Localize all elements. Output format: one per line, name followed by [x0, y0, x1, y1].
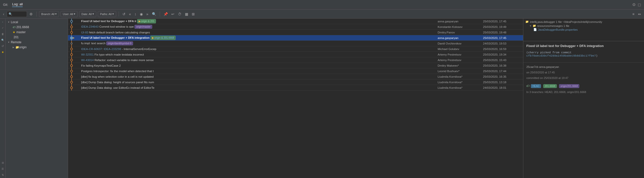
- ref-origin-badge: origin/201.6668: [559, 84, 579, 88]
- subject-col-0: Fixed UI label text for Debugger + DFA i…: [81, 19, 438, 23]
- link-idea-233298[interactable]: IDEA-233298: [104, 48, 121, 51]
- table-row[interactable]: fu impl: text search origin/daniil/symbo…: [68, 41, 523, 46]
- detail-files: 📁 intellij.java.debugger 1 file ~/IdeaPr…: [523, 19, 644, 41]
- graph-col-9: [69, 68, 81, 74]
- separator-3: [160, 12, 160, 17]
- paths-filter[interactable]: Paths: All ▾: [98, 11, 116, 17]
- clock-button[interactable]: ⏱: [177, 12, 182, 17]
- detail-message-title: Fixed UI label text for Debugger + DFA i…: [526, 44, 641, 48]
- prev-button[interactable]: «: [128, 12, 132, 17]
- subject-col-1: IDEA-234643 Commit tool window is ope or…: [81, 25, 438, 29]
- subject-col-2: IJI-83 fetch default branch before calcu…: [81, 31, 438, 34]
- author-col-7: Artemy Pestretsov: [438, 59, 483, 62]
- action-search[interactable]: 🔍: [1, 38, 5, 42]
- action-list[interactable]: ☰: [1, 166, 5, 171]
- columns-button[interactable]: ⊞: [191, 12, 196, 17]
- table-row[interactable]: [dbe] Dump Data dialog: use EditorEx ins…: [68, 85, 523, 91]
- ref-origin-1: origin/master: [135, 25, 152, 29]
- date-col-8: 25/03/2020, 16:38: [483, 64, 522, 67]
- file-link-properties[interactable]: JavaDebuggerBundle.properties: [538, 28, 578, 31]
- log-table-container: Fixed UI label text for Debugger + DFA i…: [68, 19, 523, 178]
- table-row[interactable]: IDEA-CR-60637: IDEA-233298 - InternalSer…: [68, 46, 523, 52]
- window-icon[interactable]: ◻: [638, 2, 641, 7]
- action-check[interactable]: ✓: [1, 26, 5, 30]
- table-row[interactable]: [dbe] fix bug when selection color in a …: [68, 74, 523, 79]
- action-star[interactable]: ★: [1, 50, 5, 54]
- svg-point-24: [71, 81, 73, 83]
- table-row[interactable]: IJI-83 fetch default branch before calcu…: [68, 30, 523, 35]
- ref-tag-0: ▶origin & 201: [137, 19, 156, 23]
- back-button[interactable]: ‹: [2, 12, 5, 17]
- link-wi-43014[interactable]: WI-43014: [81, 59, 94, 62]
- more-button[interactable]: »: [145, 12, 149, 17]
- local-triangle: ▼: [8, 21, 10, 23]
- user-label: User: All: [63, 13, 73, 16]
- search-icon-small: 🔍: [9, 12, 12, 16]
- table-row[interactable]: Fix failing KeymapsTestCase 2 Dmitry Mat…: [68, 63, 523, 68]
- sort-button[interactable]: ↕: [134, 12, 137, 17]
- action-back[interactable]: ‹: [1, 20, 5, 24]
- sidebar-item-origin[interactable]: ▶ 📁 origin: [6, 45, 68, 50]
- cherry-link[interactable]: cfb79aecd39cf4289a1459ba8ec9b8d3bc17f9e7: [526, 54, 596, 57]
- table-row[interactable]: IDEA-234643 Commit tool window is ope or…: [68, 24, 523, 30]
- subject-col-3: Fixed UI label text for Debugger + DFA i…: [81, 36, 438, 40]
- paths-label: Paths: All: [100, 13, 112, 16]
- table-row[interactable]: WI-43014 Refactor: extract variable to m…: [68, 57, 523, 63]
- link-idea-cr-60637[interactable]: IDEA-CR-60637: [81, 48, 102, 51]
- date-col-5: 25/03/2020, 16:59: [483, 48, 522, 51]
- branch-filter[interactable]: Branch: All ▾: [39, 11, 59, 17]
- graph-col-3: [69, 35, 81, 40]
- action-refresh[interactable]: ↺: [1, 44, 5, 48]
- date-col-0: 25/03/2020, 17:45: [483, 20, 522, 23]
- table-row[interactable]: Postgres Introspector: fix the model whe…: [68, 68, 523, 74]
- link-idea-234643[interactable]: IDEA-234643: [81, 25, 99, 28]
- action-box[interactable]: ⊟: [1, 160, 5, 165]
- sidebar-remote-group[interactable]: ▼ Remote: [6, 40, 68, 45]
- detail-file-item: 📄 JavaDebuggerBundle.properties: [525, 28, 642, 31]
- refresh-button[interactable]: ↺: [121, 12, 126, 17]
- expand-button[interactable]: ⇔: [637, 12, 642, 17]
- link-wi-32551[interactable]: WI-32551: [81, 53, 94, 56]
- user-filter[interactable]: User: All ▾: [60, 11, 78, 17]
- sidebar-item-201[interactable]: 201: [6, 35, 68, 40]
- grid-button[interactable]: ▦: [184, 12, 189, 17]
- svg-point-16: [71, 59, 73, 61]
- pin-button[interactable]: 📌: [163, 12, 169, 17]
- date-filter[interactable]: Date: All ▾: [79, 11, 96, 17]
- action-delete[interactable]: 🗑: [1, 32, 5, 36]
- folder-icon-origin: 📁: [15, 46, 19, 49]
- graph-col-0: [69, 19, 81, 24]
- undo-button[interactable]: ↩: [170, 12, 175, 17]
- paths-chevron: ▾: [112, 12, 114, 16]
- sidebar-item-master[interactable]: ★ master: [6, 30, 68, 35]
- detail-commit-line: 25cae7cb anna.gasparyan: [526, 65, 641, 70]
- committed-on: committed on 25/03/2020 at 19:47: [526, 76, 568, 79]
- search-button[interactable]: 🔍: [151, 12, 157, 17]
- table-row[interactable]: [dbe] Dump Data dialog: height of source…: [68, 79, 523, 85]
- author-col-2: Dmitry.Panov: [438, 31, 483, 34]
- settings-button[interactable]: ⚙: [28, 12, 34, 17]
- table-row[interactable]: WI-32551 Fix typo which made testdata in…: [68, 52, 523, 57]
- filter-icon-button[interactable]: ≡: [631, 12, 635, 17]
- settings-icon[interactable]: ⚙: [632, 2, 636, 7]
- date-col-11: 25/03/2020, 13:18: [483, 81, 522, 84]
- table-row[interactable]: Fixed UI label text for Debugger + DFA i…: [68, 35, 523, 41]
- action-arrows[interactable]: ⇅: [1, 172, 5, 177]
- date-label: Date: All: [81, 13, 92, 16]
- sidebar-local-group[interactable]: ▼ Local: [6, 20, 68, 25]
- eye-button[interactable]: ◉: [139, 12, 144, 17]
- table-row[interactable]: Fixed UI label text for Debugger + DFA i…: [68, 19, 523, 24]
- link-iji-83[interactable]: IJI-83: [81, 31, 88, 34]
- ref-head-badge: HEAD: [531, 84, 541, 88]
- toolbar: ‹ 🔍 ⚙ Branch: All ▾ User: All ▾ Date: Al…: [0, 10, 644, 19]
- author-col-5: Michael Golubev: [438, 48, 483, 51]
- sidebar-item-201-6668[interactable]: 🏷 201.6668: [6, 25, 68, 30]
- detail-email-line: on 25/03/2020 at 17:45: [526, 70, 641, 75]
- subject-col-4: fu impl: text search origin/daniil/symbo…: [81, 41, 438, 45]
- log-tab[interactable]: Log: all: [12, 2, 23, 7]
- main-area: ‹ ✓ 🗑 🔍 ↺ ★ ⊟ ☰ ⇅ ▼ Local 🏷 201.6668 ★ m…: [0, 19, 644, 178]
- detail-tags: 🏷 HEAD 201.6668 origin/201.6668: [523, 83, 644, 90]
- date-col-6: 25/03/2020, 19:34: [483, 53, 522, 56]
- toolbar-search-box[interactable]: 🔍: [7, 11, 27, 17]
- author-col-12: Liudmila Kornilova*: [438, 86, 483, 89]
